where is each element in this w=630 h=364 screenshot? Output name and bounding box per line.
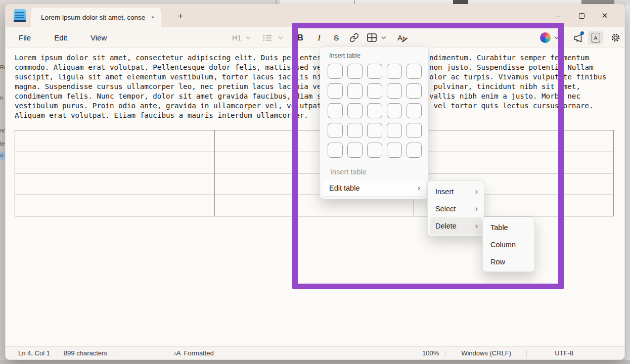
submenu-item-table[interactable]: Table (485, 219, 532, 236)
table-size-cell[interactable] (387, 83, 402, 99)
table-size-cell[interactable] (407, 64, 422, 79)
copilot-button[interactable] (538, 31, 552, 44)
unsaved-indicator-dot: ● (152, 15, 154, 20)
background-text-fragment: Re (0, 64, 5, 70)
heading-style-button[interactable]: H1 (231, 31, 243, 44)
submenu-item-select[interactable]: Select› (430, 200, 482, 217)
table-size-cell[interactable] (328, 123, 343, 138)
table-size-cell[interactable] (407, 143, 422, 158)
rewrite-button[interactable]: A (588, 31, 603, 44)
strikethrough-button[interactable]: S (330, 31, 342, 44)
background-window-right-strip (625, 5, 630, 360)
title-bar: Lorem ipsum dolor sit amet, conse ● + – … (6, 5, 624, 27)
document-table-cell[interactable] (15, 152, 215, 174)
table-size-cell[interactable] (347, 123, 363, 138)
submenu-item-column[interactable]: Column (485, 236, 532, 253)
heading-chevron-icon[interactable] (244, 31, 252, 44)
submenu-item-label: Insert (435, 188, 454, 196)
menu-item-edit[interactable]: Edit (49, 31, 72, 44)
copilot-chevron-icon[interactable] (553, 31, 561, 44)
submenu-item-label: Delete (435, 222, 457, 230)
edit-table-submenu: Insert›Select›Delete› (427, 180, 484, 236)
document-table-cell[interactable] (414, 152, 614, 174)
menu-item-view[interactable]: View (85, 31, 112, 44)
edit-table-menu-item[interactable]: Edit table › (322, 180, 426, 196)
insert-table-dropdown: Insert table Insert table Edit table › (320, 47, 429, 199)
submenu-chevron-icon: › (475, 221, 478, 231)
table-size-cell[interactable] (347, 143, 363, 158)
document-text-line: vestibulum purus. Proin odio ante, gravi… (15, 101, 616, 111)
copilot-icon (540, 32, 551, 43)
background-window-bottom-strip (0, 360, 630, 364)
table-size-cell[interactable] (328, 103, 343, 118)
table-size-cell[interactable] (387, 64, 402, 79)
document-text-line: Aliquam erat volutpat. Etiam faucibus a … (15, 111, 616, 120)
table-size-cell[interactable] (407, 83, 422, 99)
encoding: UTF-8 (527, 349, 580, 357)
table-size-cell[interactable] (367, 83, 382, 99)
table-size-cell[interactable] (328, 64, 343, 79)
maximize-button[interactable] (570, 6, 593, 26)
table-size-cell[interactable] (387, 123, 402, 138)
table-icon (367, 33, 377, 42)
table-button[interactable] (365, 31, 378, 44)
background-window-left-strip: Renncteo (0, 5, 5, 360)
background-text-fragment: te (0, 141, 5, 147)
maximize-icon (579, 13, 584, 19)
table-size-cell[interactable] (328, 143, 343, 158)
table-size-cell[interactable] (387, 143, 402, 158)
italic-button[interactable]: I (313, 31, 325, 44)
link-button[interactable] (347, 31, 361, 44)
zoom-level: 100% (416, 349, 445, 357)
submenu-item-row[interactable]: Row (485, 253, 532, 270)
table-size-cell[interactable] (407, 103, 422, 118)
notepad-app-icon (14, 9, 26, 22)
clear-formatting-button[interactable]: Ab (394, 31, 409, 44)
table-size-cell[interactable] (328, 83, 343, 99)
insert-table-header: Insert table (329, 52, 361, 59)
background-text-fragment: nc (0, 127, 5, 133)
close-button[interactable]: ✕ (593, 6, 616, 26)
submenu-chevron-icon: › (475, 204, 478, 213)
new-tab-button[interactable]: + (174, 10, 187, 22)
document-table-cell[interactable] (15, 130, 215, 152)
table-size-cell[interactable] (367, 103, 382, 118)
minimize-button[interactable]: – (547, 6, 570, 26)
table-size-cell[interactable] (387, 103, 402, 118)
line-ending: Windows (CRLF) (446, 349, 526, 357)
list-chevron-icon[interactable] (277, 31, 285, 44)
submenu-item-label: Table (490, 223, 508, 232)
table-size-cell[interactable] (407, 123, 422, 138)
bold-button[interactable]: B (294, 31, 306, 44)
table-size-cell[interactable] (347, 64, 363, 79)
menu-item-file[interactable]: File (14, 31, 36, 44)
document-table-cell[interactable] (414, 130, 614, 152)
table-chevron-icon[interactable] (380, 31, 388, 44)
status-bar: Ln 4, Col 1 899 characters AA Formatted … (6, 346, 624, 359)
table-size-cell[interactable] (347, 83, 363, 99)
table-size-cell[interactable] (367, 123, 382, 138)
document-tab[interactable]: Lorem ipsum dolor sit amet, conse ● (31, 8, 161, 27)
clear-formatting-icon: Ab (397, 33, 406, 42)
submenu-item-insert[interactable]: Insert› (430, 183, 482, 200)
submenu-item-delete[interactable]: Delete› (430, 217, 482, 235)
table-size-cell[interactable] (367, 143, 382, 158)
document-table-cell[interactable] (15, 173, 215, 195)
gear-icon (610, 32, 621, 43)
settings-button[interactable] (608, 31, 622, 44)
notepad-window: Lorem ipsum dolor sit amet, conse ● + – … (5, 4, 625, 360)
background-text-fragment: n (0, 95, 3, 101)
table-size-picker (328, 64, 422, 158)
cursor-position: Ln 4, Col 1 (6, 349, 57, 357)
document-table-cell[interactable] (15, 195, 215, 217)
document-editor[interactable]: Lorem ipsum dolor sit amet, consectetur … (6, 48, 624, 347)
rewrite-icon: A (592, 33, 600, 42)
list-button[interactable] (261, 31, 274, 44)
document-text-line: commodo. Aliquam erat volutpat. Pellente… (15, 63, 616, 72)
document-table (15, 130, 614, 216)
table-size-cell[interactable] (367, 64, 382, 79)
whats-new-button[interactable] (571, 31, 585, 44)
text-format-icon: AA (174, 349, 181, 357)
table-size-cell[interactable] (347, 103, 363, 118)
document-text-line: Lorem ipsum dolor sit amet, consectetur … (15, 53, 616, 63)
